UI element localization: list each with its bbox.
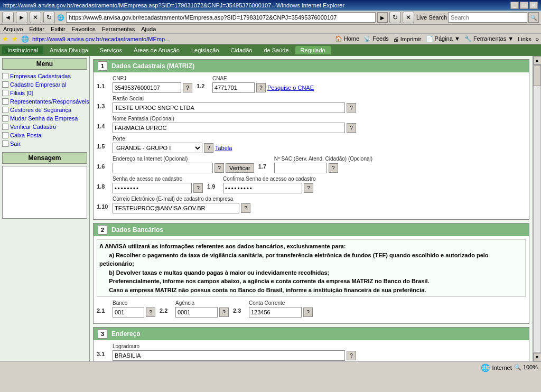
stop-button[interactable]: ✕	[30, 12, 41, 23]
menu-arquivo[interactable]: Arquivo	[3, 26, 23, 32]
sidebar-link-filiais[interactable]: Filiais [0]	[10, 90, 33, 96]
sidebar-item-caixa[interactable]: Caixa Postal	[2, 131, 87, 139]
banco-input[interactable]	[113, 307, 144, 318]
senha-help-button[interactable]: ?	[193, 183, 203, 193]
nav-tab-legislacao[interactable]: Legislação	[186, 46, 225, 54]
print-button[interactable]: 🖨 Imprimir	[393, 36, 422, 42]
expand-icon[interactable]: »	[536, 36, 539, 42]
banco-help-button[interactable]: ?	[146, 307, 155, 317]
sac-help-button[interactable]: ?	[329, 163, 338, 173]
tools-button[interactable]: 🔧 Ferramentas ▼	[464, 35, 514, 42]
sidebar-link-mudar-senha[interactable]: Mudar Senha da Empresa	[10, 115, 78, 122]
menu-editar[interactable]: Editar	[29, 26, 44, 32]
sidebar-link-caixa[interactable]: Caixa Postal	[10, 132, 43, 138]
sidebar-item-sair[interactable]: Sair.	[2, 139, 87, 148]
refresh-button[interactable]: ↻	[43, 12, 55, 23]
home-button[interactable]: 🏠 Home	[335, 35, 359, 42]
sidebar-link-sair[interactable]: Sair.	[10, 141, 22, 147]
menu-ferramentas[interactable]: Ferramentas	[102, 26, 135, 32]
sidebar-link-representantes[interactable]: Representantes/Responsáveis	[10, 98, 89, 105]
sidebar-link-verificar[interactable]: Verificar Cadastro	[10, 124, 56, 130]
porte-help-button[interactable]: ?	[204, 143, 213, 153]
scroll-track[interactable]	[533, 64, 541, 353]
feeds-button[interactable]: 📡 Feeds	[363, 35, 389, 42]
nav-tab-institucional[interactable]: Institucional	[2, 46, 43, 54]
search-input[interactable]	[448, 12, 527, 23]
pesquise-cnae-link[interactable]: Pesquise o CNAE	[267, 85, 314, 91]
cnpj-input[interactable]	[113, 82, 181, 93]
section2-title: Dados Bancários	[111, 226, 163, 234]
sidebar-item-representantes[interactable]: Representantes/Responsáveis	[2, 97, 87, 106]
menu-exibir[interactable]: Exibir	[51, 26, 66, 32]
content-area: 1 Dados Cadastrais (MATRIZ) 1.1 CNPJ ?	[90, 56, 533, 361]
nome-help-button[interactable]: ?	[347, 123, 356, 133]
scroll-thumb[interactable]	[534, 65, 541, 86]
menu-favoritos[interactable]: Favoritos	[72, 26, 96, 32]
sidebar-message-box	[2, 166, 87, 219]
sidebar-item-cadastro[interactable]: Cadastro Empresarial	[2, 80, 87, 89]
sidebar-link-cadastro[interactable]: Cadastro Empresarial	[10, 81, 66, 88]
endereco-input[interactable]	[113, 163, 213, 173]
scroll-up-button[interactable]: ▲	[533, 56, 542, 64]
logradouro-help-button[interactable]: ?	[347, 351, 356, 360]
nav-tab-anvisa-divulga[interactable]: Anvisa Divulga	[44, 46, 94, 54]
vertical-scrollbar[interactable]: ▲ ▼	[533, 56, 541, 361]
razao-help-button[interactable]: ?	[347, 103, 356, 113]
cnpj-help-button[interactable]: ?	[183, 83, 192, 92]
field-email: Correio Eletrônico (E-mail) de cadastro …	[113, 196, 250, 213]
go-button[interactable]: ▶	[377, 12, 388, 23]
sidebar-item-empresas[interactable]: Empresas Cadastradas	[2, 72, 87, 80]
endereco-help-button[interactable]: ?	[214, 163, 224, 173]
cnae-input[interactable]	[212, 82, 255, 93]
confirma-help-button[interactable]: ?	[304, 183, 313, 193]
close-button[interactable]: ✕	[529, 2, 538, 9]
row-label-12: 1.2	[197, 76, 208, 89]
nav-tab-cidadao[interactable]: Cidadão	[225, 46, 257, 54]
nav-tab-areas[interactable]: Áreas de Atuação	[128, 46, 185, 54]
scroll-down-button[interactable]: ▼	[533, 353, 542, 361]
verificar-button[interactable]: Verificar	[226, 163, 254, 173]
cnae-help-button[interactable]: ?	[256, 83, 266, 92]
sidebar-checkbox-verificar	[2, 124, 8, 130]
sidebar-link-gestores[interactable]: Gestores de Segurança	[10, 107, 71, 113]
nome-input[interactable]	[113, 123, 345, 133]
window-controls[interactable]: _ □ ✕	[510, 2, 538, 9]
sidebar-item-mudar-senha[interactable]: Mudar Senha da Empresa	[2, 114, 87, 123]
sidebar-item-verificar[interactable]: Verificar Cadastro	[2, 123, 87, 131]
agencia-input[interactable]	[175, 307, 218, 318]
conta-input[interactable]	[249, 307, 302, 318]
confirma-input[interactable]	[223, 183, 302, 193]
nav-tab-regulado[interactable]: Regulado	[295, 46, 331, 54]
conta-help-button[interactable]: ?	[303, 307, 313, 317]
menu-ajuda[interactable]: Ajuda	[141, 26, 156, 32]
agencia-help-button[interactable]: ?	[219, 307, 229, 317]
sidebar-item-gestores[interactable]: Gestores de Segurança	[2, 106, 87, 114]
maximize-button[interactable]: □	[520, 2, 528, 9]
sidebar-link-empresas[interactable]: Empresas Cadastradas	[10, 73, 71, 79]
search-button[interactable]: 🔍	[528, 12, 539, 23]
porte-select[interactable]: GRANDE - GRUPO I	[113, 143, 202, 153]
sac-input[interactable]	[274, 163, 327, 173]
address-input[interactable]	[66, 12, 376, 23]
email-input[interactable]	[113, 203, 239, 213]
stop-nav-button[interactable]: ✕	[403, 12, 414, 23]
field-banco: Banco ?	[113, 300, 155, 318]
back-button[interactable]: ◄	[2, 12, 14, 23]
sidebar-item-filiais[interactable]: Filiais [0]	[2, 89, 87, 97]
sidebar-checkbox-representantes	[2, 98, 8, 105]
forward-button[interactable]: ►	[16, 12, 27, 23]
current-page-link[interactable]: https://www9.anvisa.gov.br/recadastramen…	[32, 36, 170, 42]
nav-tab-saude[interactable]: de Saúde	[258, 46, 294, 54]
tabela-link[interactable]: Tabela	[215, 145, 232, 151]
field-confirma-senha: Confirma Senha de acesso ao cadastro ?	[223, 176, 316, 193]
page-button[interactable]: 📄 Página ▼	[426, 35, 460, 42]
sidebar-menu-title: Menu	[2, 58, 87, 70]
email-help-button[interactable]: ?	[241, 203, 250, 213]
refresh-nav-button[interactable]: ↻	[389, 12, 401, 23]
logradouro-input[interactable]	[113, 350, 345, 361]
razao-input[interactable]	[113, 102, 345, 113]
minimize-button[interactable]: _	[510, 2, 519, 9]
favorites-star-icon: ★	[2, 35, 8, 43]
senha-input[interactable]	[113, 183, 192, 193]
nav-tab-servicos[interactable]: Serviços	[95, 46, 127, 54]
